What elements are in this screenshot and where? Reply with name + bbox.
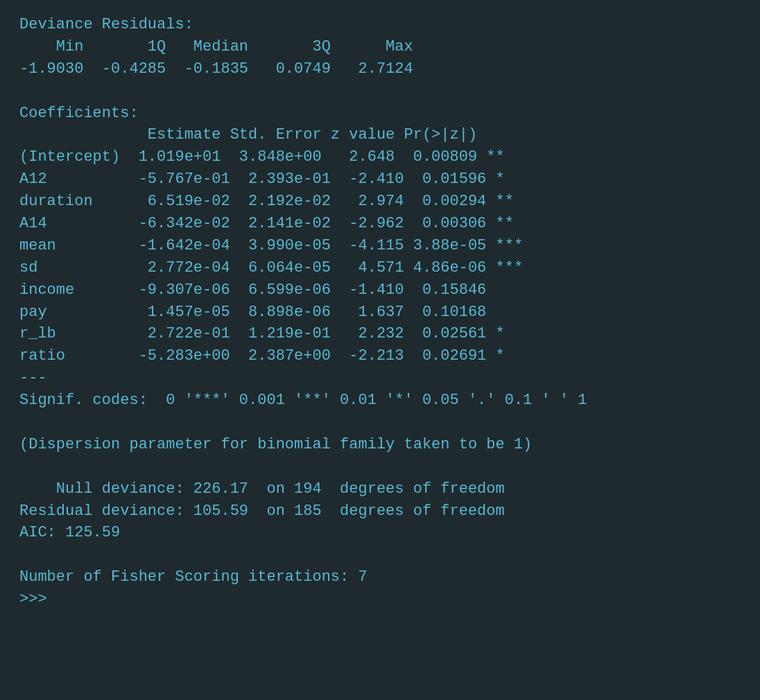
r-output: Deviance Residuals: Min 1Q Median 3Q Max… <box>19 14 741 611</box>
